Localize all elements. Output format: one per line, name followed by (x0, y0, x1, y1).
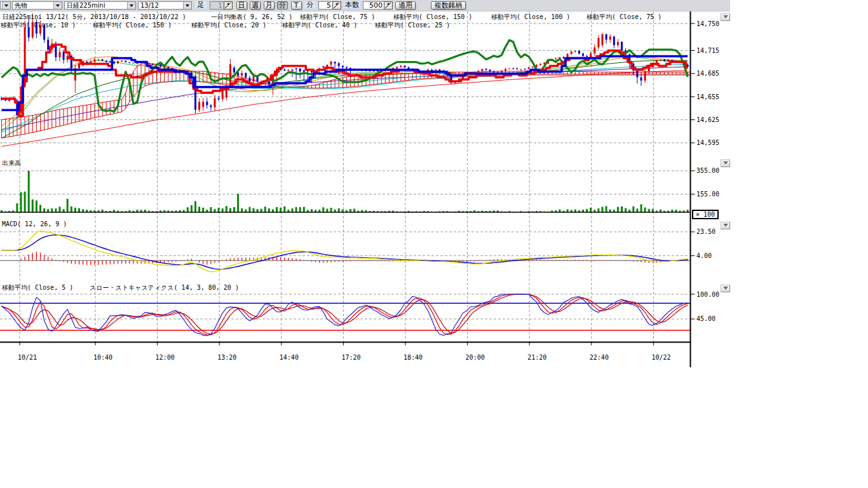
contract-month-select[interactable]: 13/12 (138, 1, 192, 10)
period-button-2[interactable]: 週 (250, 1, 261, 10)
symbol-select[interactable]: 日経225mini (64, 1, 136, 10)
apply-button[interactable]: 適用 (395, 1, 416, 10)
collapse-macd-pane-button[interactable] (721, 222, 730, 229)
legend-item: 移動平均( Close, 20 ) (191, 22, 266, 29)
axis-tick-label: 100.00 (696, 291, 719, 298)
bar-count-input[interactable]: 500 (363, 1, 393, 10)
axis-tick-label: 23.50 (696, 228, 715, 235)
time-axis-label: 20:00 (466, 354, 485, 361)
period-button-4[interactable]: 分 (277, 1, 288, 10)
time-axis-label: 10/22 (651, 354, 670, 361)
bar-interval-value: 1 (210, 1, 224, 10)
time-axis-label: 17:20 (341, 354, 360, 361)
cloud-span-b-line (2, 74, 691, 138)
macd-line (2, 231, 688, 271)
bar-count-value: 500 (363, 1, 384, 10)
macd-pane-label: MACD( 12, 26, 9 ) (2, 220, 67, 227)
axis-tick-label: 14,655 (696, 93, 719, 100)
axis-tick-label: 14,685 (696, 70, 719, 77)
multi-symbol-button[interactable]: 複数銘柄 (431, 1, 466, 10)
bar-count-label: 本数 (344, 1, 360, 10)
time-axis-label: 22:40 (590, 354, 609, 361)
time-axis-label: 21:20 (527, 354, 546, 361)
volume-pane-label: 出来高 (2, 159, 21, 166)
legend-item: 移動平均( Close, 75 ) (300, 13, 375, 20)
macd-histogram (10, 252, 688, 265)
stoch-k-line (2, 294, 688, 336)
dropdown-arrow-icon (53, 2, 62, 9)
axis-tick-label: 14,715 (696, 47, 719, 54)
volume-bars (2, 171, 688, 212)
legend-item: 移動平均( Close, 25 ) (375, 22, 450, 29)
time-axis-label: 10:40 (93, 354, 112, 361)
dropdown-arrow-icon (183, 2, 191, 9)
legend-item: 移動平均( Close, 40 ) (282, 22, 357, 29)
axis-tick-label: 4.00 (696, 252, 712, 259)
legend-item: 移動平均( Close, 75 ) (587, 13, 661, 20)
legend-item: 移動平均( Close, 100 ) (491, 13, 570, 20)
chart-canvas: 14,75014,71514,68514,65514,62514,595355.… (0, 0, 868, 488)
collapse-price-pane-button[interactable] (721, 13, 730, 21)
spinner-icon[interactable] (384, 1, 393, 10)
time-axis-label: 10/21 (18, 354, 37, 361)
bar-type-label: 足 (195, 1, 207, 10)
axis-tick-label: 14,750 (696, 20, 719, 27)
candle-wicks-down (2, 18, 688, 119)
category-select[interactable]: 先物 (12, 1, 62, 10)
period-button-3[interactable]: 月 (264, 1, 275, 10)
axis-tick-label: 355.00 (696, 167, 719, 174)
mini-dropdown[interactable] (0, 1, 11, 10)
toolbar: 先物 日経225mini 13/12 足 1 日週月分T 分 5 本数 500 … (0, 0, 730, 11)
legend-item: 日経225mini 13/12( 5分, 2013/10/18 - 2013/1… (3, 13, 186, 20)
spinner-icon[interactable] (224, 1, 233, 10)
collapse-volume-pane-button[interactable] (721, 159, 730, 167)
time-axis-label: 14:40 (280, 354, 299, 361)
stoch-pane-label: スロー・ストキャスティクス( 14, 3, 80, 20 ) (90, 284, 239, 291)
bar-interval-input[interactable]: 1 (210, 1, 233, 10)
time-axis-label: 13:20 (217, 354, 236, 361)
period-button-1[interactable]: 日 (236, 1, 247, 10)
minute-value: 5 (318, 1, 332, 10)
spinner-icon[interactable] (332, 1, 341, 10)
time-axis-label: 18:40 (403, 354, 423, 361)
volume-multiplier-badge: × 100 (692, 210, 719, 219)
minute-label: 分 (304, 1, 316, 10)
axis-tick-label: 45.00 (696, 315, 715, 322)
chart-area: 14,75014,71514,68514,65514,62514,595355.… (0, 0, 868, 488)
candle-bodies-down (2, 22, 688, 116)
minute-input[interactable]: 5 (318, 1, 341, 10)
time-axis-label: 12:00 (156, 354, 175, 361)
ma20-line (2, 56, 688, 132)
dropdown-arrow-icon (2, 2, 10, 9)
axis-tick-label: 14,595 (696, 139, 719, 146)
axis-tick-label: 155.00 (696, 191, 719, 198)
dropdown-arrow-icon (127, 2, 135, 9)
stoch-ma-pane-label: 移動平均( Close, 5 ) (2, 284, 73, 291)
axis-tick-label: 14,625 (696, 116, 719, 123)
legend-item: 移動平均( Close, 150 ) (393, 13, 472, 20)
macd-signal-line (2, 235, 688, 269)
period-button-5[interactable]: T (291, 1, 302, 10)
legend-item: 移動平均( Close, 10 ) (1, 22, 76, 29)
collapse-stoch-pane-button[interactable] (721, 285, 730, 292)
legend-item: 一目均衡表( 9, 26, 52 ) (211, 13, 292, 20)
legend-item: 移動平均( Close, 150 ) (93, 22, 172, 29)
